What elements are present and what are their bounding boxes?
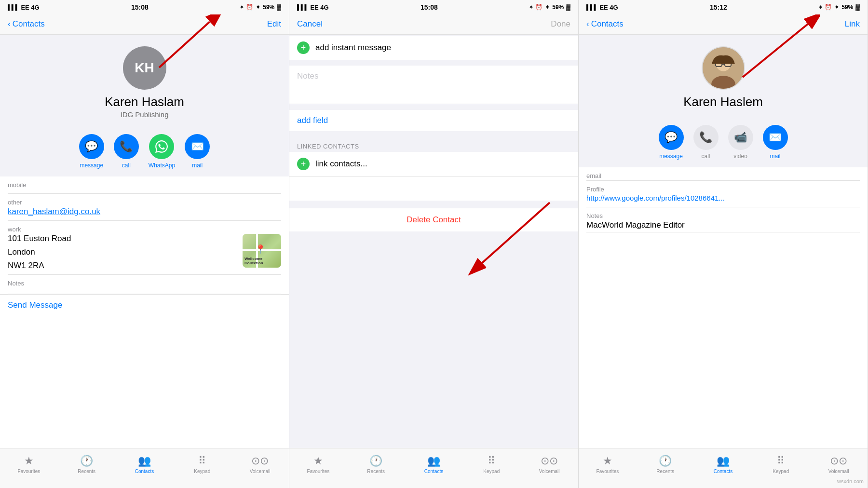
call-circle-3: 📞 (693, 125, 719, 150)
tab-voicemail-3[interactable]: ⊙⊙ Voicemail (810, 455, 868, 474)
action-message-3[interactable]: 💬 message (659, 125, 684, 160)
message-circle-3: 💬 (659, 125, 684, 150)
battery-icon-1: ▓ (277, 4, 281, 11)
action-call-1[interactable]: 📞 call (114, 134, 139, 169)
time-1: 15:08 (131, 3, 149, 11)
other-section: other karen_haslam@idg.co.uk (0, 194, 289, 220)
nav-bar-2: Cancel Done (289, 14, 578, 35)
voicemail-icon-2: ⊙⊙ (541, 455, 558, 467)
tab-bar-2: ★ Favourites 🕐 Recents 👥 Contacts ⠿ Keyp… (289, 448, 578, 488)
tab-recents-2[interactable]: 🕐 Recents (347, 455, 405, 474)
tab-favourites-1[interactable]: ★ Favourites (0, 455, 58, 474)
tab-favourites-label-1: Favourites (18, 469, 41, 474)
tab-contacts-2[interactable]: 👥 Contacts (405, 455, 463, 474)
mail-label-1: mail (192, 162, 203, 169)
edit-button-1[interactable]: Edit (267, 19, 281, 29)
action-call-3[interactable]: 📞 call (693, 125, 719, 160)
star-icon-2: ★ (313, 455, 323, 467)
tab-recents-label-2: Recents (367, 469, 385, 474)
bluetooth-icon-3: ✦ (834, 4, 839, 11)
address-line3: NW1 2RA (8, 261, 71, 274)
tab-voicemail-1[interactable]: ⊙⊙ Voicemail (231, 455, 289, 474)
bluetooth-icon-1: ✦ (256, 4, 260, 11)
delete-contact-section: Delete Contact (289, 208, 578, 231)
tab-recents-3[interactable]: 🕐 Recents (637, 455, 694, 474)
tab-voicemail-2[interactable]: ⊙⊙ Voicemail (520, 455, 578, 474)
email-label-3: email (586, 172, 860, 179)
action-buttons-1: 💬 message 📞 call WhatsApp ✉️ mail (0, 126, 289, 176)
link-button-3[interactable]: Link (845, 19, 860, 29)
add-instant-msg-row[interactable]: + add instant message (289, 36, 578, 60)
contacts-icon-3: 👥 (717, 455, 730, 467)
send-message-btn[interactable]: Send Message (0, 294, 289, 316)
work-section: work 101 Euston Road London NW1 2RA 📍 We… (0, 221, 289, 274)
notes-edit-section: Notes (289, 66, 578, 104)
contact-name-3: Karen Haslem (683, 95, 763, 109)
tab-keypad-1[interactable]: ⠿ Keypad (173, 455, 231, 474)
keypad-icon-3: ⠿ (777, 455, 785, 467)
instant-msg-section: + add instant message (289, 36, 578, 60)
tab-contacts-1[interactable]: 👥 Contacts (116, 455, 174, 474)
profile-link-3[interactable]: http://www.google.com/profiles/10286641.… (586, 194, 860, 205)
tab-voicemail-label-3: Voicemail (828, 469, 849, 474)
map-pin-icon: 📍 (255, 244, 266, 255)
tab-recents-label-1: Recents (78, 469, 95, 474)
delete-contact-btn[interactable]: Delete Contact (407, 215, 461, 224)
message-circle-1: 💬 (79, 134, 104, 159)
video-label-3: video (733, 153, 747, 160)
tab-keypad-3[interactable]: ⠿ Keypad (752, 455, 810, 474)
voicemail-icon-3: ⊙⊙ (830, 455, 847, 467)
tab-favourites-3[interactable]: ★ Favourites (579, 455, 637, 474)
contact-company-1: IDG Publishing (120, 110, 168, 119)
other-label: other (8, 199, 281, 206)
cancel-button-2[interactable]: Cancel (297, 19, 323, 29)
nav-bar-1: ‹ Contacts Edit (0, 14, 289, 35)
back-button-3[interactable]: ‹ Contacts (586, 19, 624, 29)
star-icon-3: ★ (603, 455, 612, 467)
notes-section-3: Notes MacWorld Magazine Editor (579, 207, 868, 232)
nav-bar-3: ‹ Contacts Link (579, 14, 868, 35)
contact-name-1: Karen Haslam (105, 95, 184, 109)
battery-label-3: 59% (841, 4, 853, 11)
back-label-1: Contacts (13, 19, 45, 29)
voicemail-icon-1: ⊙⊙ (251, 455, 269, 467)
tab-keypad-2[interactable]: ⠿ Keypad (462, 455, 520, 474)
alarm-icon-3: ⏰ (825, 4, 832, 11)
tab-recents-1[interactable]: 🕐 Recents (58, 455, 116, 474)
map-thumbnail[interactable]: 📍 WellcomeCollection (243, 234, 281, 268)
tab-bar-3: ★ Favourites 🕐 Recents 👥 Contacts ⠿ Keyp… (579, 448, 868, 488)
link-contacts-row[interactable]: + link contacts... (289, 152, 578, 176)
action-mail-3[interactable]: ✉️ mail (763, 125, 788, 160)
keypad-icon-2: ⠿ (488, 455, 495, 467)
signal-icon-1: ▌▌▌ (8, 4, 19, 10)
whatsapp-circle-1 (149, 134, 174, 159)
status-bar-2: ▌▌▌ EE 4G 15:08 ⌖ ⏰ ✦ 59% ▓ (289, 0, 578, 14)
tab-contacts-3[interactable]: 👥 Contacts (694, 455, 752, 474)
tab-contacts-label-2: Contacts (424, 469, 443, 474)
call-label-1: call (122, 162, 131, 169)
message-label-3: message (659, 153, 683, 160)
tab-voicemail-label-2: Voicemail (539, 469, 560, 474)
action-video-3[interactable]: 📹 video (728, 125, 753, 160)
action-mail-1[interactable]: ✉️ mail (185, 134, 210, 169)
keypad-icon-1: ⠿ (198, 455, 206, 467)
add-field-row[interactable]: add field (289, 110, 578, 131)
done-button-2[interactable]: Done (551, 19, 570, 29)
network-label-1: EE 4G (21, 4, 39, 11)
tab-fav-label-2: Favourites (307, 469, 330, 474)
back-button-1[interactable]: ‹ Contacts (8, 19, 45, 29)
map-background: 📍 WellcomeCollection (243, 234, 281, 268)
status-right-2: ⌖ ⏰ ✦ 59% ▓ (529, 4, 570, 11)
tab-favourites-2[interactable]: ★ Favourites (289, 455, 347, 474)
action-message-1[interactable]: 💬 message (79, 134, 104, 169)
contacts-icon-2: 👥 (427, 455, 440, 467)
contact-header-1: KH Karen Haslam IDG Publishing (0, 35, 289, 126)
notes-area-2[interactable]: Notes (289, 66, 578, 104)
tab-contacts-label-1: Contacts (135, 469, 154, 474)
back-label-3: Contacts (591, 19, 624, 29)
linked-contacts-body: + link contacts... (289, 152, 578, 201)
action-whatsapp-1[interactable]: WhatsApp (149, 134, 175, 169)
bottom-spacer-2 (289, 231, 578, 260)
contact-info-1: mobile other karen_haslam@idg.co.uk work… (0, 176, 289, 448)
email-value-1[interactable]: karen_haslam@idg.co.uk (8, 207, 281, 220)
